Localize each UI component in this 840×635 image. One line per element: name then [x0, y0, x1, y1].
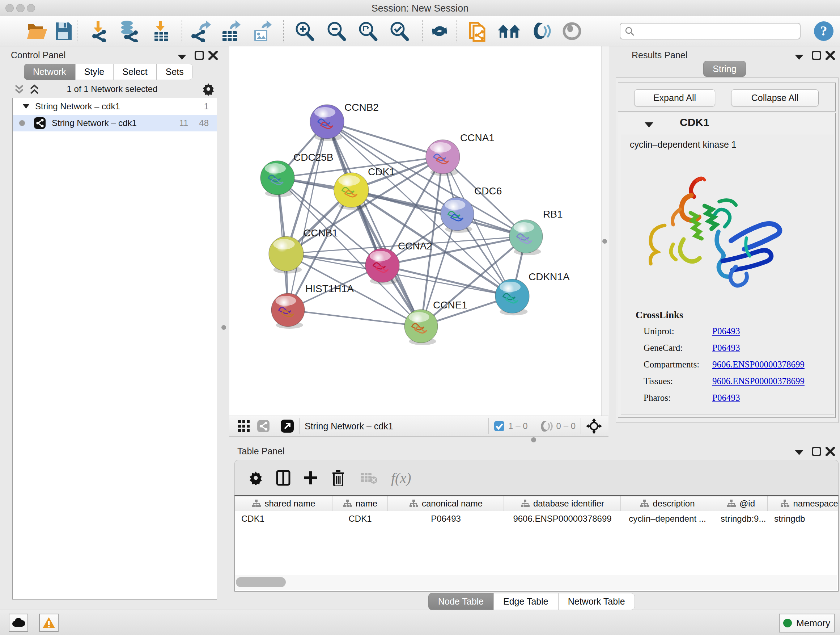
edge-CCNB2-CCNA1[interactable] — [327, 122, 443, 157]
column-header-@id[interactable]: @id — [714, 496, 767, 511]
cloud-status-button[interactable] — [9, 614, 28, 632]
pan-crosshair-icon[interactable] — [586, 418, 602, 434]
node-HIST1H1A[interactable]: HIST1H1A — [271, 283, 354, 329]
open-in-window-icon[interactable] — [280, 419, 294, 433]
show-eye-icon[interactable] — [560, 19, 584, 43]
import-network-file-icon[interactable] — [86, 19, 110, 43]
zoom-out-icon[interactable] — [324, 19, 348, 43]
results-panel-close-icon[interactable] — [826, 51, 835, 60]
control-panel-close-icon[interactable] — [208, 51, 218, 60]
cell-@id[interactable]: stringdb:9... — [714, 514, 767, 524]
node-RB1[interactable]: RB1 — [509, 209, 562, 255]
node-CCNA1[interactable]: CCNA1 — [426, 132, 494, 176]
gene-expander-icon[interactable] — [644, 121, 654, 128]
footer-share-icon[interactable] — [257, 420, 270, 432]
crosslink-value[interactable]: 9606.ENSP00000378699 — [712, 359, 805, 376]
network-canvas[interactable]: CCNB2CCNA1CDC25BCDK1CDC6RB1CCNB1CCNA2CDK… — [229, 46, 601, 416]
network-collection-row[interactable]: String Network – cdk1 1 — [13, 98, 217, 115]
memory-button[interactable]: Memory — [779, 614, 835, 632]
zoom-in-icon[interactable] — [292, 19, 316, 43]
cell-namespace[interactable]: stringdb — [767, 514, 838, 524]
control-panel-float-icon[interactable] — [195, 51, 204, 60]
homology-homes-icon[interactable] — [497, 19, 521, 43]
table-row[interactable]: CDK1CDK1P064939606.ENSP00000378699cyclin… — [235, 511, 838, 526]
edge-CCNA2-CDKN1A[interactable] — [382, 265, 512, 296]
cell-database-identifier[interactable]: 9606.ENSP00000378699 — [504, 514, 621, 524]
collapse-all-chevron-icon[interactable] — [14, 84, 25, 95]
left-splitter-handle[interactable] — [221, 325, 226, 330]
search-field[interactable] — [638, 26, 795, 36]
tab-select[interactable]: Select — [113, 64, 156, 80]
right-splitter-handle[interactable] — [602, 239, 607, 244]
cell-canonical-name[interactable]: P06493 — [388, 514, 504, 524]
string-import-icon[interactable] — [466, 19, 490, 43]
network-row[interactable]: String Network – cdk1 11 48 — [13, 115, 217, 131]
apply-layout-icon[interactable] — [428, 19, 452, 43]
show-columns-icon[interactable] — [276, 470, 291, 486]
function-builder-icon[interactable]: f(x) — [391, 470, 411, 486]
import-network-database-icon[interactable] — [117, 19, 141, 43]
cell-name[interactable]: CDK1 — [332, 514, 388, 524]
scrollbar-handle[interactable] — [236, 577, 286, 587]
tab-network[interactable]: Network — [24, 64, 75, 80]
column-header-canonical-name[interactable]: canonical name — [388, 496, 504, 511]
selected-checkbox-icon[interactable] — [494, 421, 505, 432]
edge-CCNE1-HIST1H1A[interactable] — [288, 310, 421, 326]
crosslink-value[interactable]: P06493 — [712, 326, 740, 343]
results-panel-menu-icon[interactable] — [794, 54, 804, 60]
crosslink-value[interactable]: P06493 — [712, 343, 740, 359]
gear-icon[interactable] — [202, 82, 215, 96]
delete-column-icon[interactable] — [331, 470, 346, 486]
node-CCNE1[interactable]: CCNE1 — [404, 299, 467, 345]
zoom-selected-icon[interactable] — [387, 19, 411, 43]
tab-edge-table[interactable]: Edge Table — [493, 593, 558, 610]
tab-network-table[interactable]: Network Table — [558, 593, 635, 610]
canvas-scrollbar[interactable] — [601, 46, 609, 416]
column-header-database-identifier[interactable]: database identifier — [504, 496, 621, 511]
warning-status-button[interactable] — [39, 614, 58, 632]
results-panel-float-icon[interactable] — [812, 51, 821, 60]
collection-expander-icon[interactable] — [23, 103, 30, 109]
edge-CDK1-RB1[interactable] — [351, 190, 526, 236]
horizontal-splitter-handle[interactable] — [531, 437, 536, 442]
open-session-icon[interactable] — [25, 19, 49, 43]
add-column-icon[interactable] — [303, 470, 318, 486]
node-CDC25B[interactable]: CDC25B — [261, 152, 333, 197]
help-icon[interactable]: ? — [812, 19, 836, 43]
table-panel-close-icon[interactable] — [826, 447, 835, 456]
network-graph[interactable]: CCNB2CCNA1CDC25BCDK1CDC6RB1CCNB1CCNA2CDK… — [229, 46, 601, 416]
save-session-icon[interactable] — [51, 19, 75, 43]
crosslink-value[interactable]: P06493 — [712, 393, 740, 409]
hide-glasses-icon[interactable] — [529, 19, 553, 43]
edge-CCNB2-CCNE1[interactable] — [327, 122, 421, 326]
export-image-icon[interactable] — [250, 19, 274, 43]
edge-CCNB2-HIST1H1A[interactable] — [288, 122, 327, 310]
table-horizontal-scrollbar[interactable] — [235, 575, 837, 590]
hidden-eye-slash-icon[interactable] — [538, 420, 553, 432]
column-header-name[interactable]: name — [332, 496, 388, 511]
column-header-shared-name[interactable]: shared name — [235, 496, 332, 511]
delete-table-icon[interactable] — [360, 471, 377, 485]
cell-description[interactable]: cyclin–dependent ... — [621, 514, 714, 524]
birds-eye-grid-icon[interactable] — [237, 420, 250, 432]
control-panel-menu-icon[interactable] — [177, 54, 187, 60]
table-panel-menu-icon[interactable] — [794, 449, 804, 455]
tab-sets[interactable]: Sets — [156, 64, 193, 80]
export-table-icon[interactable] — [219, 19, 243, 43]
crosslink-value[interactable]: 9606.ENSP00000378699 — [712, 376, 805, 393]
tab-style[interactable]: Style — [75, 64, 114, 80]
column-header-namespace[interactable]: namespace — [767, 496, 838, 511]
table-gear-icon[interactable] — [248, 470, 263, 485]
cell-shared-name[interactable]: CDK1 — [235, 514, 332, 524]
search-input[interactable] — [620, 23, 801, 40]
node-CDKN1A[interactable]: CDKN1A — [495, 271, 570, 315]
tab-string[interactable]: String — [703, 61, 746, 77]
column-header-description[interactable]: description — [621, 496, 714, 511]
import-table-file-icon[interactable] — [149, 19, 173, 43]
collapse-all-button[interactable]: Collapse All — [731, 89, 819, 106]
tab-node-table[interactable]: Node Table — [428, 593, 493, 610]
expand-all-chevron-icon[interactable] — [29, 84, 40, 95]
zoom-fit-icon[interactable] — [355, 19, 379, 43]
table-panel-float-icon[interactable] — [812, 447, 821, 456]
expand-all-button[interactable]: Expand All — [634, 89, 715, 106]
